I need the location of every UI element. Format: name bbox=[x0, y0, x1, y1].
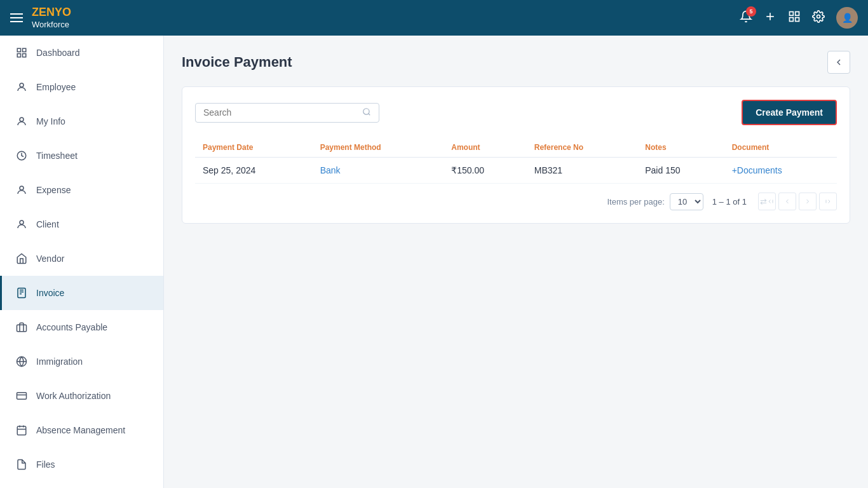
col-payment-date: Payment Date bbox=[195, 138, 313, 158]
col-notes: Notes bbox=[637, 138, 724, 158]
back-button[interactable] bbox=[827, 51, 850, 74]
employee-icon bbox=[15, 80, 29, 94]
col-reference-no: Reference No bbox=[527, 138, 637, 158]
sidebar-label-invoice: Invoice bbox=[36, 288, 64, 298]
svg-rect-25 bbox=[17, 426, 26, 435]
sidebar-label-employee: Employee bbox=[36, 82, 76, 92]
sidebar-label-vendor: Vendor bbox=[36, 254, 64, 264]
files-icon bbox=[15, 458, 29, 471]
cell-document: +Documents bbox=[724, 158, 837, 184]
sidebar-item-myinfo[interactable]: My Info bbox=[0, 104, 163, 139]
sidebar-label-client: Client bbox=[36, 219, 59, 229]
svg-point-15 bbox=[20, 220, 24, 224]
sidebar-item-immigration[interactable]: Immigration bbox=[0, 344, 163, 379]
avatar[interactable]: 👤 bbox=[836, 7, 858, 29]
sidebar-item-dashboard[interactable]: Dashboard bbox=[0, 36, 163, 70]
search-box[interactable] bbox=[195, 103, 379, 123]
grid-icon[interactable] bbox=[788, 10, 801, 26]
vendor-icon bbox=[15, 252, 29, 266]
sidebar-item-invoice[interactable]: Invoice bbox=[0, 276, 163, 310]
sidebar-item-absence-management[interactable]: Absence Management bbox=[0, 413, 163, 447]
svg-rect-4 bbox=[796, 17, 799, 21]
sidebar: Dashboard Employee My Info Timesheet Exp bbox=[0, 36, 164, 488]
sidebar-label-absence-management: Absence Management bbox=[36, 425, 125, 435]
gear-icon[interactable] bbox=[812, 10, 825, 26]
svg-point-29 bbox=[363, 108, 369, 114]
last-page-button[interactable] bbox=[819, 193, 837, 210]
svg-rect-8 bbox=[23, 48, 26, 51]
table-header-row: Payment Date Payment Method Amount Refer… bbox=[195, 138, 837, 158]
pagination-controls: ⇄ bbox=[758, 193, 837, 210]
sidebar-label-accounts-payable: Accounts Payable bbox=[36, 322, 107, 332]
col-payment-method: Payment Method bbox=[313, 138, 444, 158]
header-right: 5 👤 bbox=[740, 7, 858, 29]
sidebar-item-vendor[interactable]: Vendor bbox=[0, 241, 163, 276]
notification-badge: 5 bbox=[746, 6, 756, 17]
cell-notes: Paid 150 bbox=[637, 158, 724, 184]
svg-rect-9 bbox=[23, 54, 26, 57]
sidebar-item-work-authorization[interactable]: Work Authorization bbox=[0, 379, 163, 413]
payment-table: Payment Date Payment Method Amount Refer… bbox=[195, 138, 837, 184]
sidebar-label-work-authorization: Work Authorization bbox=[36, 391, 111, 401]
app-logo: ZENYO Workforce bbox=[32, 6, 71, 29]
payment-method-link[interactable]: Bank bbox=[320, 165, 341, 175]
bell-icon[interactable]: 5 bbox=[740, 10, 752, 26]
pagination-info: 1 – 1 of 1 bbox=[712, 197, 747, 207]
logo-name: ZENYO bbox=[32, 6, 71, 18]
search-icon bbox=[362, 107, 371, 118]
cell-payment-method: Bank bbox=[313, 158, 444, 184]
items-per-page: Items per page: 10 25 50 bbox=[607, 193, 703, 210]
cell-payment-date: Sep 25, 2024 bbox=[195, 158, 313, 184]
sidebar-item-accounts-payable[interactable]: Accounts Payable bbox=[0, 310, 163, 344]
accounts-payable-icon bbox=[15, 320, 29, 334]
svg-point-14 bbox=[20, 186, 24, 190]
expense-icon bbox=[15, 183, 29, 197]
table-toolbar: Create Payment bbox=[195, 100, 837, 125]
plus-icon[interactable] bbox=[764, 10, 776, 26]
hamburger-menu[interactable] bbox=[10, 13, 23, 22]
document-link[interactable]: +Documents bbox=[732, 165, 782, 175]
dashboard-icon bbox=[15, 46, 29, 60]
create-payment-button[interactable]: Create Payment bbox=[742, 100, 837, 125]
svg-rect-23 bbox=[17, 393, 27, 400]
cell-amount: ₹150.00 bbox=[444, 158, 527, 184]
next-page-button[interactable] bbox=[799, 193, 817, 210]
main-layout: Dashboard Employee My Info Timesheet Exp bbox=[0, 36, 868, 488]
sidebar-item-timesheet[interactable]: Timesheet bbox=[0, 139, 163, 173]
work-auth-icon bbox=[15, 389, 29, 403]
logo-sub: Workforce bbox=[32, 20, 69, 29]
sidebar-label-timesheet: Timesheet bbox=[36, 151, 78, 161]
search-input[interactable] bbox=[203, 107, 357, 118]
top-header: ZENYO Workforce 5 👤 bbox=[0, 0, 868, 36]
header-left: ZENYO Workforce bbox=[10, 6, 71, 29]
svg-line-30 bbox=[369, 113, 370, 115]
sidebar-label-immigration: Immigration bbox=[36, 356, 83, 367]
myinfo-icon bbox=[15, 114, 29, 128]
sidebar-label-dashboard: Dashboard bbox=[36, 48, 80, 58]
svg-point-12 bbox=[20, 118, 24, 121]
immigration-icon bbox=[15, 355, 29, 369]
svg-point-11 bbox=[20, 83, 24, 87]
table-footer: Items per page: 10 25 50 1 – 1 of 1 ⇄ bbox=[195, 193, 837, 210]
svg-rect-10 bbox=[17, 54, 20, 57]
sidebar-item-employee[interactable]: Employee bbox=[0, 70, 163, 104]
table-card: Create Payment Payment Date Payment Meth… bbox=[182, 86, 850, 224]
cell-reference-no: MB321 bbox=[527, 158, 637, 184]
svg-rect-2 bbox=[790, 11, 794, 15]
svg-rect-20 bbox=[17, 325, 27, 332]
page-title: Invoice Payment bbox=[182, 54, 292, 71]
sidebar-item-files[interactable]: Files bbox=[0, 447, 163, 482]
sidebar-item-expense[interactable]: Expense bbox=[0, 173, 163, 207]
svg-rect-5 bbox=[790, 17, 794, 21]
sidebar-label-expense: Expense bbox=[36, 185, 71, 195]
first-page-button[interactable]: ⇄ bbox=[758, 193, 776, 210]
svg-point-6 bbox=[817, 15, 820, 18]
items-per-page-label: Items per page: bbox=[607, 197, 664, 207]
sidebar-label-myinfo: My Info bbox=[36, 116, 65, 126]
items-per-page-select[interactable]: 10 25 50 bbox=[670, 193, 703, 210]
prev-page-button[interactable] bbox=[778, 193, 796, 210]
client-icon bbox=[15, 217, 29, 231]
sidebar-item-client[interactable]: Client bbox=[0, 207, 163, 241]
col-amount: Amount bbox=[444, 138, 527, 158]
col-document: Document bbox=[724, 138, 837, 158]
